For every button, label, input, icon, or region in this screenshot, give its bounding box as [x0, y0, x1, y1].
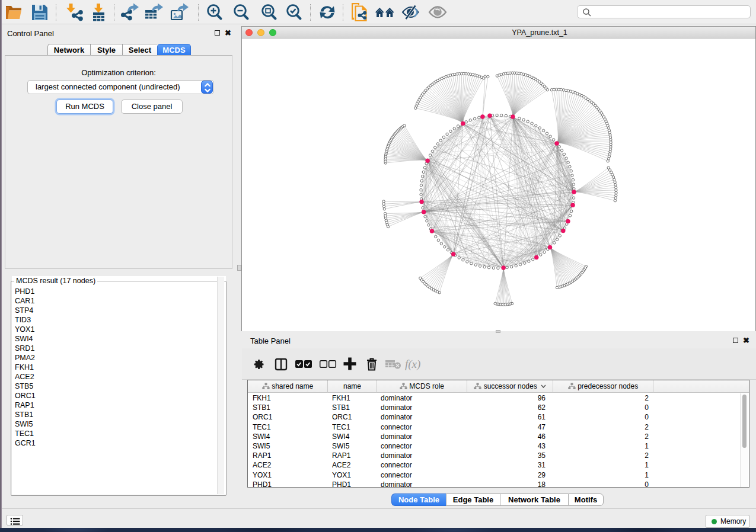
svg-text:f(x): f(x): [405, 358, 420, 371]
